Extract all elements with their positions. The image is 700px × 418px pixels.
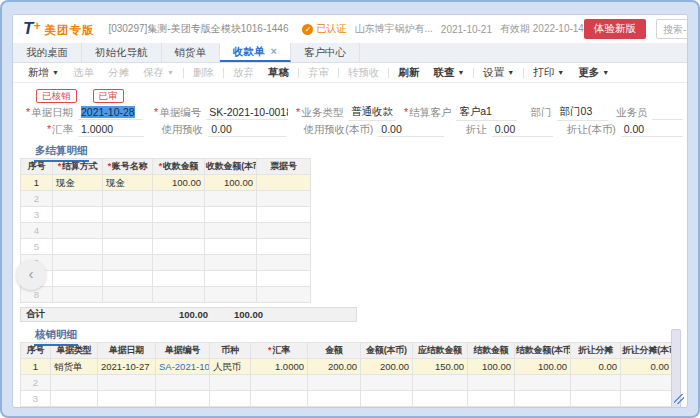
cell[interactable]: [468, 375, 515, 391]
toolbar-button-to-prepaid[interactable]: 转预收: [348, 66, 380, 80]
cell[interactable]: [361, 375, 413, 391]
cell[interactable]: 200.00: [361, 359, 413, 375]
try-new-version-button[interactable]: 体验新版: [584, 19, 646, 39]
cell[interactable]: 0.00: [571, 359, 621, 375]
toolbar-button-more[interactable]: 更多▼: [578, 66, 609, 80]
tab-item[interactable]: 我的桌面: [13, 43, 82, 62]
cell[interactable]: [257, 287, 311, 303]
cell[interactable]: [103, 287, 153, 303]
cell[interactable]: [98, 375, 156, 391]
cell[interactable]: [308, 391, 361, 407]
cell[interactable]: [53, 223, 103, 239]
field-value-doc-number[interactable]: SK-2021-10-0018: [206, 106, 288, 120]
cell[interactable]: [153, 207, 205, 223]
toolbar-button-linked-query[interactable]: 联查▼: [433, 66, 464, 80]
cell[interactable]: [98, 391, 156, 407]
tab-close-icon[interactable]: ×: [271, 46, 277, 57]
cell[interactable]: 现金: [53, 175, 103, 191]
cell[interactable]: [205, 223, 257, 239]
cell[interactable]: [51, 375, 98, 391]
field-value-business-type[interactable]: 普通收款: [348, 105, 396, 121]
cell[interactable]: [308, 407, 361, 409]
cell[interactable]: [257, 239, 311, 255]
cell[interactable]: [571, 407, 621, 409]
cell[interactable]: [53, 287, 103, 303]
cell[interactable]: 100.00: [153, 175, 205, 191]
product-search-input[interactable]: [656, 19, 688, 39]
cell[interactable]: 150.00: [413, 359, 468, 375]
field-value-use-prepaid[interactable]: 0.00: [208, 123, 286, 137]
document-link[interactable]: SA-2021-10-...: [156, 359, 210, 375]
row-number[interactable]: 3: [21, 391, 51, 407]
toolbar-button-draft[interactable]: 草稿: [268, 66, 289, 80]
cell[interactable]: [413, 407, 468, 409]
toolbar-button-delete[interactable]: 删除: [193, 66, 214, 80]
toolbar-button-refresh[interactable]: 刷新: [398, 66, 419, 80]
cell[interactable]: [468, 407, 515, 409]
cell[interactable]: 2021-10-27: [98, 359, 156, 375]
cell[interactable]: 销货单: [51, 359, 98, 375]
field-value-discount[interactable]: 0.00: [492, 123, 553, 137]
cell[interactable]: [515, 391, 571, 407]
toolbar-button-settings[interactable]: 设置▼: [483, 66, 514, 80]
field-value-doc-date[interactable]: 2021-10-28: [78, 106, 142, 120]
row-number[interactable]: 4: [21, 407, 51, 409]
cell[interactable]: [103, 223, 153, 239]
cell[interactable]: [413, 391, 468, 407]
cell[interactable]: [205, 191, 257, 207]
cell[interactable]: [53, 207, 103, 223]
tab-item[interactable]: 客户中心: [291, 43, 360, 62]
cell[interactable]: [53, 271, 103, 287]
row-number[interactable]: 4: [21, 223, 53, 239]
cell[interactable]: [515, 407, 571, 409]
cell[interactable]: 200.00: [308, 359, 361, 375]
cell[interactable]: [257, 191, 311, 207]
cell[interactable]: 1.0000: [251, 359, 308, 375]
field-value-department[interactable]: 部门03: [557, 105, 609, 121]
cell[interactable]: [257, 223, 311, 239]
cell[interactable]: 100.00: [515, 359, 571, 375]
cell[interactable]: [621, 407, 673, 409]
cell[interactable]: [210, 407, 251, 409]
cell[interactable]: [103, 207, 153, 223]
field-value-exchange-rate[interactable]: 1.0000: [78, 123, 144, 137]
toolbar-button-print[interactable]: 打印▼: [533, 66, 564, 80]
cell[interactable]: [413, 375, 468, 391]
cell[interactable]: [571, 375, 621, 391]
cell[interactable]: [205, 287, 257, 303]
field-value-settle-customer[interactable]: 客户a1: [456, 105, 516, 121]
cell[interactable]: [103, 271, 153, 287]
cell[interactable]: [103, 239, 153, 255]
cell[interactable]: [153, 271, 205, 287]
cell[interactable]: [53, 239, 103, 255]
row-number[interactable]: 5: [21, 239, 53, 255]
cell[interactable]: [153, 239, 205, 255]
tab-item[interactable]: 初始化导航: [82, 43, 162, 62]
cell[interactable]: [53, 191, 103, 207]
cell[interactable]: [205, 255, 257, 271]
row-number[interactable]: 2: [21, 191, 53, 207]
cell[interactable]: 现金: [103, 175, 153, 191]
field-value-use-prepaid-base[interactable]: 0.00: [378, 123, 444, 137]
cell[interactable]: 100.00: [468, 359, 515, 375]
cell[interactable]: 1: [21, 359, 51, 375]
collapse-panel-button[interactable]: ‹: [16, 260, 46, 290]
cell[interactable]: [205, 271, 257, 287]
cell[interactable]: [51, 391, 98, 407]
cell[interactable]: [468, 391, 515, 407]
cell[interactable]: [156, 375, 210, 391]
cell[interactable]: [571, 391, 621, 407]
cell[interactable]: [361, 391, 413, 407]
cell[interactable]: 100.00: [205, 175, 257, 191]
cell[interactable]: [153, 191, 205, 207]
cell[interactable]: [103, 191, 153, 207]
cell[interactable]: [251, 407, 308, 409]
cell[interactable]: [53, 255, 103, 271]
cell[interactable]: [210, 375, 251, 391]
tab-item[interactable]: 收款单×: [220, 43, 291, 62]
cell[interactable]: [205, 207, 257, 223]
resize-grip-icon[interactable]: [674, 394, 684, 404]
cell[interactable]: [257, 175, 311, 191]
cell[interactable]: 1: [21, 175, 53, 191]
toolbar-button-new[interactable]: 新增▼: [28, 66, 59, 80]
